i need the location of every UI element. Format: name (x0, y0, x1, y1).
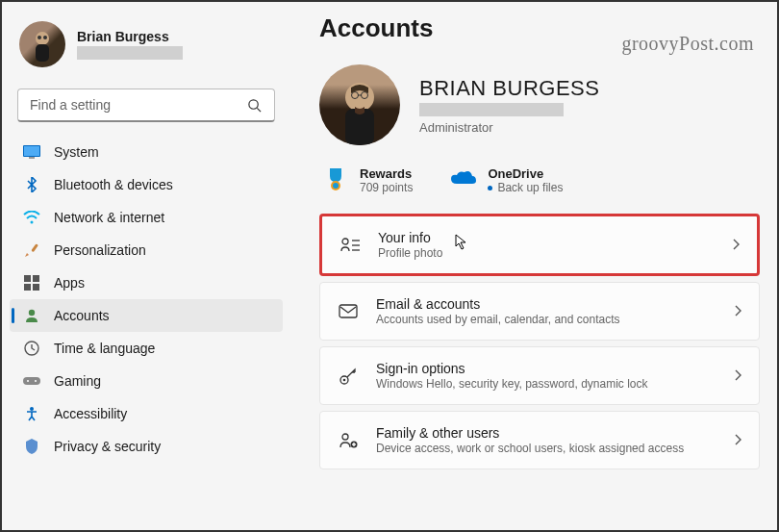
time-icon (23, 340, 40, 357)
sidebar-item-gaming[interactable]: Gaming (10, 365, 283, 397)
svg-rect-32 (339, 305, 357, 317)
watermark: groovyPost.com (621, 33, 754, 55)
svg-rect-1 (36, 44, 49, 62)
svg-rect-13 (24, 284, 31, 291)
svg-point-35 (342, 434, 348, 440)
svg-rect-11 (24, 275, 31, 282)
status-onedrive[interactable]: OneDrive Back up files (451, 166, 563, 194)
sidebar-item-accessibility[interactable]: Accessibility (10, 397, 283, 430)
rewards-sub: 709 points (360, 181, 413, 194)
user-email-masked (77, 46, 183, 60)
svg-point-4 (248, 99, 257, 108)
setting-family-users[interactable]: Family & other users Device access, work… (319, 411, 760, 469)
sidebar-item-bluetooth[interactable]: Bluetooth & devices (10, 168, 283, 201)
setting-title: Your info (378, 230, 715, 245)
system-icon (23, 143, 40, 161)
svg-point-19 (35, 380, 37, 382)
sidebar-item-personalization[interactable]: Personalization (10, 234, 283, 266)
gaming-icon (23, 372, 40, 390)
status-rewards[interactable]: Rewards 709 points (323, 166, 413, 194)
sidebar-item-system[interactable]: System (10, 136, 283, 168)
sidebar-item-label: Time & language (54, 341, 155, 356)
main-content: Accounts BRIAN BURGESS Administrator Rew… (290, 2, 777, 530)
avatar-small (19, 21, 65, 67)
bluetooth-icon (23, 176, 40, 193)
sidebar-item-apps[interactable]: Apps (10, 266, 283, 299)
sidebar-item-network[interactable]: Network & internet (10, 201, 283, 234)
chevron-right-icon (732, 237, 740, 254)
svg-point-20 (30, 407, 34, 411)
onedrive-icon (451, 166, 476, 191)
svg-rect-12 (33, 275, 39, 282)
setting-title: Sign-in options (376, 361, 716, 376)
accessibility-icon (23, 405, 40, 422)
cursor-icon (455, 234, 470, 249)
sidebar: Brian Burgess System Bluetooth & devices… (2, 2, 290, 530)
chevron-right-icon (734, 367, 741, 385)
setting-sub: Device access, work or school users, kio… (376, 442, 716, 455)
svg-point-15 (29, 310, 35, 316)
setting-signin-options[interactable]: Sign-in options Windows Hello, security … (319, 346, 760, 405)
svg-rect-8 (29, 157, 35, 159)
svg-point-3 (43, 36, 47, 39)
setting-sub: Profile photo (378, 246, 715, 260)
search-box[interactable] (17, 89, 275, 122)
avatar-large (319, 64, 400, 145)
setting-title: Family & other users (376, 425, 716, 441)
onedrive-title: OneDrive (488, 166, 563, 181)
setting-title: Email & accounts (376, 296, 716, 312)
apps-icon (23, 274, 40, 291)
setting-your-info[interactable]: Your info Profile photo (319, 214, 760, 276)
svg-point-0 (36, 32, 49, 45)
svg-line-5 (257, 108, 261, 112)
sidebar-item-label: Bluetooth & devices (54, 177, 173, 192)
email-icon (338, 301, 359, 322)
sidebar-item-privacy[interactable]: Privacy & security (10, 430, 283, 463)
account-header: BRIAN BURGESS Administrator (319, 64, 760, 145)
rewards-title: Rewards (360, 166, 413, 181)
search-icon (245, 96, 263, 114)
svg-rect-7 (24, 146, 39, 156)
svg-point-28 (342, 239, 348, 244)
account-email-masked (419, 103, 564, 116)
your-info-icon (339, 235, 361, 256)
sidebar-item-label: Apps (54, 275, 85, 291)
setting-email-accounts[interactable]: Email & accounts Accounts used by email,… (319, 282, 760, 341)
svg-point-2 (38, 36, 41, 39)
sidebar-item-label: Privacy & security (54, 439, 161, 454)
svg-point-34 (343, 378, 346, 381)
svg-rect-10 (31, 243, 38, 252)
wifi-icon (23, 209, 40, 226)
status-row: Rewards 709 points OneDrive Back up file… (323, 166, 760, 194)
svg-point-18 (27, 380, 29, 382)
account-display-name: BRIAN BURGESS (419, 76, 599, 101)
accounts-icon (23, 307, 40, 324)
personalization-icon (23, 241, 40, 259)
chevron-right-icon (734, 432, 741, 449)
onedrive-sub: Back up files (488, 181, 563, 194)
privacy-icon (23, 438, 40, 455)
sidebar-item-accounts[interactable]: Accounts (10, 299, 283, 332)
account-role: Administrator (419, 120, 599, 135)
user-header[interactable]: Brian Burgess (10, 13, 283, 83)
svg-rect-14 (33, 284, 39, 291)
svg-point-9 (31, 221, 34, 224)
sidebar-item-time[interactable]: Time & language (10, 332, 283, 365)
rewards-icon (323, 166, 348, 191)
svg-rect-17 (23, 377, 40, 385)
user-name: Brian Burgess (77, 29, 183, 44)
sidebar-item-label: Personalization (54, 242, 146, 258)
sidebar-item-label: Network & internet (54, 210, 164, 225)
chevron-right-icon (734, 303, 741, 320)
key-icon (338, 366, 359, 387)
search-input[interactable] (30, 97, 245, 113)
setting-sub: Accounts used by email, calendar, and co… (376, 313, 716, 326)
settings-list: Your info Profile photo Email & accounts… (319, 214, 760, 469)
nav-list: System Bluetooth & devices Network & int… (10, 136, 283, 463)
sidebar-item-label: System (54, 144, 99, 160)
family-icon (338, 430, 359, 451)
sidebar-item-label: Gaming (54, 373, 101, 389)
setting-sub: Windows Hello, security key, password, d… (376, 377, 716, 391)
sidebar-item-label: Accessibility (54, 406, 127, 421)
svg-point-27 (333, 183, 339, 189)
